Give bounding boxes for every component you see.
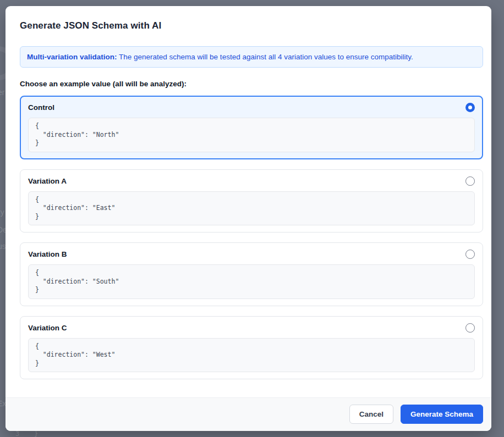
option-code-block: { "direction": "North" }	[28, 118, 475, 152]
option-label: Variation B	[28, 250, 67, 258]
option-card-variation-a[interactable]: Variation A { "direction": "East" }	[20, 169, 483, 233]
radio-variation-a[interactable]	[465, 176, 475, 186]
option-code-block: { "direction": "South" }	[28, 264, 475, 299]
background-text-fragment: er	[0, 88, 4, 97]
radio-variation-b[interactable]	[465, 250, 475, 259]
option-card-variation-b[interactable]: Variation B { "direction": "South" }	[20, 242, 483, 306]
option-card-control[interactable]: Control { "direction": "North" }	[20, 96, 483, 159]
option-card-variation-c[interactable]: Variation C { "direction": "West" }	[20, 316, 483, 380]
modal-footer: Cancel Generate Schema	[6, 397, 491, 431]
choose-example-label: Choose an example value (all will be ana…	[20, 80, 483, 88]
option-label: Variation C	[28, 324, 67, 332]
radio-variation-c[interactable]	[465, 323, 475, 333]
radio-control-checked[interactable]	[465, 103, 475, 112]
option-code-block: { "direction": "East" }	[28, 191, 475, 226]
option-header: Variation A	[28, 176, 475, 186]
background-text-fragment: ry	[0, 208, 4, 217]
generate-json-schema-modal: Generate JSON Schema with AI Multi-varia…	[6, 6, 491, 431]
option-header: Variation C	[28, 323, 475, 333]
modal-title: Generate JSON Schema with AI	[20, 20, 483, 31]
option-header: Variation B	[28, 250, 475, 259]
option-code-block: { "direction": "West" }	[28, 338, 475, 373]
info-banner-text: The generated schema will be tested agai…	[117, 53, 413, 61]
option-label: Control	[28, 103, 54, 112]
option-label: Variation A	[28, 177, 67, 185]
generate-schema-button[interactable]: Generate Schema	[401, 405, 483, 424]
multi-variation-info-banner: Multi-variation validation: The generate…	[20, 46, 483, 68]
modal-content: Generate JSON Schema with AI Multi-varia…	[6, 6, 491, 389]
cancel-button[interactable]: Cancel	[349, 405, 393, 424]
option-header: Control	[28, 103, 475, 112]
info-banner-bold-prefix: Multi-variation validation:	[27, 53, 117, 61]
